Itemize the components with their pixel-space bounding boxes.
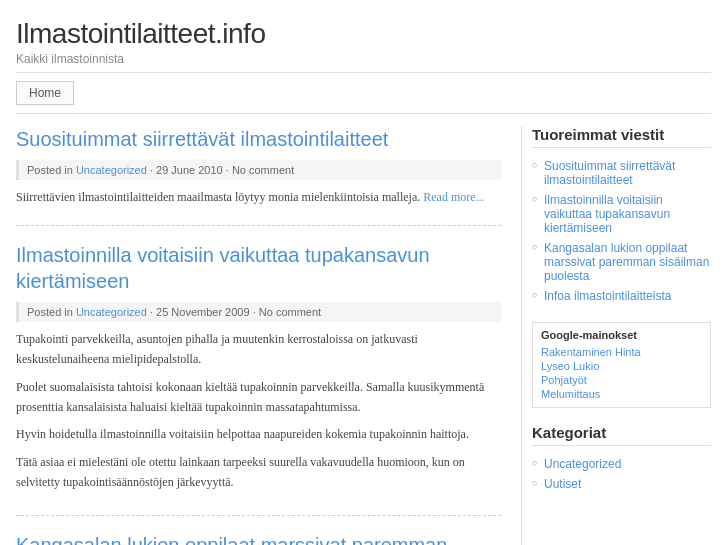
nav-home[interactable]: Home <box>16 81 74 105</box>
main-content: Suosituimmat siirrettävät ilmastointilai… <box>16 126 501 545</box>
recent-link-2[interactable]: Kangasalan lukion oppilaat marssivat par… <box>544 241 709 283</box>
recent-link-3[interactable]: Infoa ilmastointilaitteista <box>544 289 671 303</box>
recent-item-3: Infoa ilmastointilaitteista <box>532 286 711 306</box>
post-comment-2: No comment <box>259 306 321 318</box>
sidebar-recent-title: Tuoreimmat viestit <box>532 126 711 148</box>
google-ads-box: Google-mainokset Rakentaminen Hinta Lyse… <box>532 322 711 408</box>
post-para-2-0: Tupakointi parvekkeilla, asuntojen pihal… <box>16 330 501 370</box>
post-meta-2: Posted in Uncategorized · 25 November 20… <box>16 302 501 322</box>
sidebar-categories-title: Kategoriat <box>532 424 711 446</box>
category-link-1[interactable]: Uutiset <box>544 477 581 491</box>
ad-link-1[interactable]: Lyseo Lukio <box>541 359 702 373</box>
site-tagline: Kaikki ilmastoinnista <box>16 52 711 66</box>
post-para-2-2: Hyvin hoidetulla ilmastoinnilla voitaisi… <box>16 425 501 445</box>
sidebar-categories: Kategoriat Uncategorized Uutiset <box>532 424 711 494</box>
post-meta-1: Posted in Uncategorized · 29 June 2010 ·… <box>16 160 501 180</box>
sidebar: Tuoreimmat viestit Suosituimmat siirrett… <box>521 126 711 545</box>
site-title: Ilmastointilaitteet.info <box>16 18 711 50</box>
post-link-2[interactable]: Ilmastoinnilla voitaisiin vaikuttaa tupa… <box>16 244 430 292</box>
ad-link-2[interactable]: Pohjatyöt <box>541 373 702 387</box>
post-body-2: Tupakointi parvekkeilla, asuntojen pihal… <box>16 330 501 493</box>
category-item-1: Uutiset <box>532 474 711 494</box>
post-date-1: 29 June 2010 <box>156 164 223 176</box>
post-ilmastoinnilla: Ilmastoinnilla voitaisiin vaikuttaa tupa… <box>16 242 501 516</box>
google-ads-title: Google-mainokset <box>541 329 702 341</box>
recent-item-2: Kangasalan lukion oppilaat marssivat par… <box>532 238 711 286</box>
ad-link-3[interactable]: Melumittaus <box>541 387 702 401</box>
post-excerpt-1: Siirrettävien ilmastointilaitteiden maai… <box>16 188 501 207</box>
recent-link-0[interactable]: Suosituimmat siirrettävät ilmastointilai… <box>544 159 675 187</box>
ad-link-0[interactable]: Rakentaminen Hinta <box>541 345 702 359</box>
read-more-1[interactable]: Read more... <box>423 190 484 204</box>
post-para-2-3: Tätä asiaa ei mielestäni ole otettu lain… <box>16 453 501 493</box>
category-item-0: Uncategorized <box>532 454 711 474</box>
category-link-0[interactable]: Uncategorized <box>544 457 621 471</box>
post-kangasala: Kangasalan lukion oppilaat marssivat par… <box>16 532 501 545</box>
site-nav: Home <box>16 73 711 114</box>
sidebar-ads: Google-mainokset Rakentaminen Hinta Lyse… <box>532 322 711 408</box>
sidebar-recent-list: Suosituimmat siirrettävät ilmastointilai… <box>532 156 711 306</box>
post-category-2[interactable]: Uncategorized <box>76 306 147 318</box>
post-title-1: Suosituimmat siirrettävät ilmastointilai… <box>16 126 501 152</box>
post-comment-1: No comment <box>232 164 294 176</box>
post-title-3: Kangasalan lukion oppilaat marssivat par… <box>16 532 501 545</box>
post-link-1[interactable]: Suosituimmat siirrettävät ilmastointilai… <box>16 128 388 150</box>
recent-item-0: Suosituimmat siirrettävät ilmastointilai… <box>532 156 711 190</box>
recent-item-1: Ilmastoinnilla voitaisiin vaikuttaa tupa… <box>532 190 711 238</box>
post-suosituimmat: Suosituimmat siirrettävät ilmastointilai… <box>16 126 501 226</box>
sidebar-recent: Tuoreimmat viestit Suosituimmat siirrett… <box>532 126 711 306</box>
post-category-1[interactable]: Uncategorized <box>76 164 147 176</box>
post-link-3[interactable]: Kangasalan lukion oppilaat marssivat par… <box>16 534 447 545</box>
post-para-2-1: Puolet suomalaisista tahtoisi kokonaan k… <box>16 378 501 418</box>
content-area: Suosituimmat siirrettävät ilmastointilai… <box>16 126 711 545</box>
post-date-2: 25 November 2009 <box>156 306 250 318</box>
sidebar-categories-list: Uncategorized Uutiset <box>532 454 711 494</box>
post-title-2: Ilmastoinnilla voitaisiin vaikuttaa tupa… <box>16 242 501 294</box>
site-header: Ilmastointilaitteet.info Kaikki ilmastoi… <box>16 0 711 73</box>
recent-link-1[interactable]: Ilmastoinnilla voitaisiin vaikuttaa tupa… <box>544 193 670 235</box>
